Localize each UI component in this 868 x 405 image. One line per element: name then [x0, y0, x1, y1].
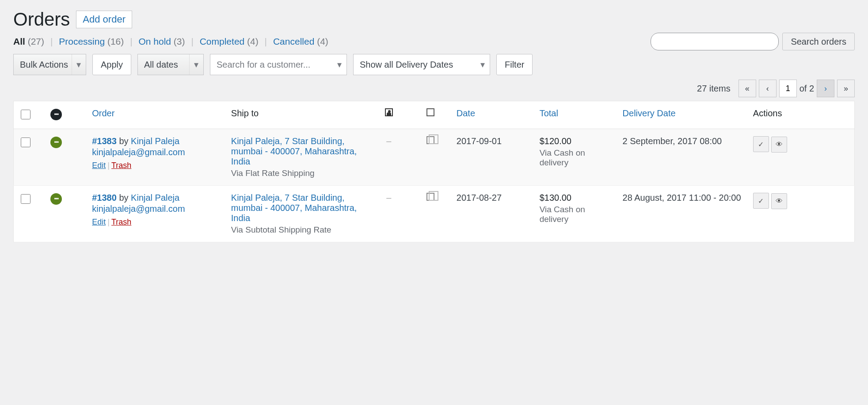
row-checkbox[interactable] — [21, 138, 30, 147]
order-date: 2017-09-01 — [457, 136, 502, 146]
view-action-button[interactable]: 👁 — [771, 137, 787, 153]
column-date[interactable]: Date — [451, 101, 534, 129]
select-all-checkbox[interactable] — [21, 110, 30, 119]
ship-via: Via Subtotal Shipping Rate — [231, 225, 363, 235]
pagination-last[interactable]: » — [837, 80, 855, 97]
filter-cancelled[interactable]: Cancelled — [273, 36, 314, 46]
complete-action-button[interactable]: ✓ — [753, 193, 769, 209]
column-delivery-date[interactable]: Delivery Date — [617, 101, 748, 129]
column-actions: Actions — [748, 101, 855, 129]
pagination: 27 items « ‹ of 2 › » — [13, 80, 855, 97]
date-filter-select[interactable]: All dates ▾ — [137, 54, 204, 75]
column-ship-to[interactable]: Ship to — [226, 101, 368, 129]
order-id-link[interactable]: #1380 by Kinjal Paleja — [92, 193, 179, 202]
pagination-prev[interactable]: ‹ — [759, 80, 777, 97]
apply-button[interactable]: Apply — [92, 54, 131, 75]
row-trash-link[interactable]: Trash — [111, 218, 131, 226]
row-edit-link[interactable]: Edit — [92, 218, 106, 226]
delivery-date-label: Show all Delivery Dates — [360, 60, 453, 70]
order-id-link[interactable]: #1383 by Kinjal Paleja — [92, 136, 179, 146]
search-orders-input[interactable] — [651, 33, 779, 50]
chevron-down-icon: ▾ — [332, 54, 346, 75]
add-order-button[interactable]: Add order — [76, 11, 132, 28]
status-header-icon: ••• — [50, 109, 62, 120]
ship-via: Via Flat Rate Shipping — [231, 168, 363, 178]
complete-action-button[interactable]: ✓ — [753, 136, 769, 152]
pagination-items-count: 27 items — [697, 84, 731, 94]
chevron-down-icon: ▾ — [189, 54, 203, 75]
filter-completed[interactable]: Completed — [200, 36, 245, 46]
bulk-actions-select[interactable]: Bulk Actions ▾ — [13, 54, 86, 75]
order-date: 2017-08-27 — [457, 193, 502, 202]
status-processing-icon[interactable]: ••• — [50, 193, 62, 205]
chevron-down-icon: ▾ — [72, 54, 86, 75]
filter-processing-count: (16) — [107, 36, 124, 46]
bulk-actions-label: Bulk Actions — [20, 60, 68, 70]
column-order-note-icon — [410, 101, 451, 129]
filter-processing[interactable]: Processing — [59, 36, 105, 46]
column-total[interactable]: Total — [534, 101, 617, 129]
order-total: $130.00 — [540, 193, 571, 202]
filter-onhold-count: (3) — [174, 36, 185, 46]
customer-search-select[interactable]: Search for a customer... ▾ — [210, 54, 347, 75]
date-filter-label: All dates — [144, 60, 178, 70]
chevron-down-icon: ▾ — [476, 54, 490, 75]
customer-search-placeholder: Search for a customer... — [217, 60, 310, 70]
pagination-next[interactable]: › — [817, 80, 834, 97]
order-total: $120.00 — [540, 136, 571, 146]
pagination-first[interactable]: « — [739, 80, 756, 97]
ship-to-address[interactable]: Kinjal Paleja, 7 Star Building, mumbai -… — [231, 136, 357, 166]
total-via: Via Cash on delivery — [540, 148, 612, 168]
row-edit-link[interactable]: Edit — [92, 161, 106, 170]
delivery-date-value: 28 August, 2017 11:00 - 20:00 — [623, 193, 741, 202]
table-row: ••• #1380 by Kinjal Paleja kinjalpaleja@… — [14, 186, 855, 242]
note-stack-icon[interactable] — [426, 193, 434, 201]
search-orders-button[interactable]: Search orders — [782, 33, 855, 50]
delivery-date-value: 2 September, 2017 08:00 — [623, 136, 722, 146]
pagination-of-label: of 2 — [799, 84, 814, 94]
total-via: Via Cash on delivery — [540, 205, 612, 224]
page-title: Orders — [13, 9, 70, 30]
filter-button[interactable]: Filter — [496, 54, 533, 75]
filter-completed-count: (4) — [247, 36, 259, 46]
column-customer-note-icon — [368, 101, 410, 129]
row-trash-link[interactable]: Trash — [111, 161, 131, 170]
view-action-button[interactable]: 👁 — [771, 193, 787, 209]
filter-cancelled-count: (4) — [317, 36, 328, 46]
ship-to-address[interactable]: Kinjal Paleja, 7 Star Building, mumbai -… — [231, 193, 357, 223]
person-icon — [385, 108, 393, 116]
orders-table: ••• Order Ship to Date Total Delivery Da… — [13, 101, 855, 242]
table-row: ••• #1383 by Kinjal Paleja kinjalpaleja@… — [14, 129, 855, 186]
delivery-date-select[interactable]: Show all Delivery Dates ▾ — [353, 54, 490, 75]
customer-note-placeholder: – — [386, 193, 391, 202]
row-checkbox[interactable] — [21, 194, 30, 204]
order-email-link[interactable]: kinjalpaleja@gmail.com — [92, 147, 221, 157]
pagination-current-input[interactable] — [779, 80, 797, 97]
note-stack-icon[interactable] — [426, 136, 434, 144]
customer-note-placeholder: – — [386, 136, 391, 146]
filter-all-label[interactable]: All — [13, 36, 25, 46]
filter-onhold[interactable]: On hold — [138, 36, 171, 46]
order-email-link[interactable]: kinjalpaleja@gmail.com — [92, 204, 221, 214]
status-processing-icon[interactable]: ••• — [50, 137, 62, 148]
note-icon — [426, 108, 434, 116]
filter-all-count: (27) — [28, 36, 44, 46]
column-order[interactable]: Order — [87, 101, 226, 129]
